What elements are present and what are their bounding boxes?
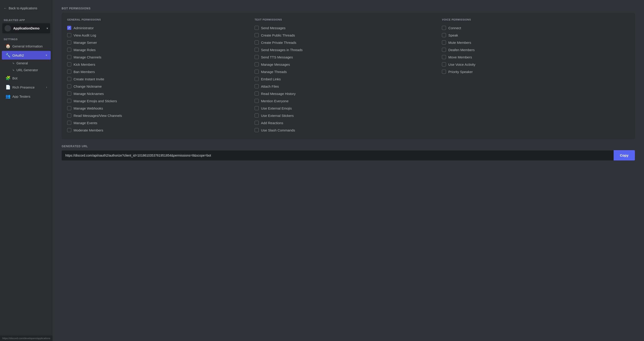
perm-label: Manage Events xyxy=(74,121,97,125)
perm-checkbox-mute-members[interactable] xyxy=(442,40,446,44)
perm-checkbox-add-reactions[interactable] xyxy=(255,121,259,125)
perm-item: Mention Everyone xyxy=(255,97,442,104)
perm-checkbox-manage-messages[interactable] xyxy=(255,62,259,66)
copy-button[interactable]: Copy xyxy=(614,150,635,160)
perm-label: Create Public Threads xyxy=(261,33,295,37)
sidebar-item-bot[interactable]: 🧩 Bot xyxy=(2,74,51,82)
perm-checkbox-moderate-members[interactable] xyxy=(67,128,71,132)
perm-item: Use External Stickers xyxy=(255,112,442,119)
perm-checkbox-create-public-threads[interactable] xyxy=(255,33,259,37)
perm-label: Mute Members xyxy=(448,41,471,44)
perm-checkbox-view-audit-log[interactable] xyxy=(67,33,71,37)
people-icon: 👥 xyxy=(6,94,10,99)
perm-item: Create Public Threads xyxy=(255,31,442,39)
perm-item: Manage Webhooks xyxy=(67,104,255,112)
sub-arrow-icon-2: ↳ xyxy=(12,68,14,72)
sidebar-item-url-generator[interactable]: ↳ URL Generator xyxy=(2,67,51,73)
back-to-applications-link[interactable]: ← Back to Applications xyxy=(0,4,52,12)
perm-checkbox-change-nickname[interactable] xyxy=(67,84,71,88)
perm-checkbox-create-private-threads[interactable] xyxy=(255,40,259,44)
perm-label: Manage Webhooks xyxy=(74,106,103,110)
perm-checkbox-deafen-members[interactable] xyxy=(442,48,446,52)
perm-item: Read Message History xyxy=(255,90,442,97)
generated-url-title: GENERATED URL xyxy=(62,145,635,148)
perm-checkbox-manage-server[interactable] xyxy=(67,40,71,44)
sidebar-item-oauth2-general-label: General xyxy=(16,61,28,65)
sidebar-item-oauth2-general[interactable]: ↳ General xyxy=(2,60,51,66)
bot-permissions-title: BOT PERMISSIONS xyxy=(62,7,635,10)
perm-checkbox-use-external-emojis[interactable] xyxy=(255,106,259,110)
perm-checkbox-manage-events[interactable] xyxy=(67,121,71,125)
perm-checkbox-use-external-stickers[interactable] xyxy=(255,113,259,118)
voice-permissions-list: ConnectSpeakMute MembersDeafen MembersMo… xyxy=(442,24,630,75)
perm-item: Move Members xyxy=(442,53,630,61)
perm-label: Moderate Members xyxy=(74,128,103,132)
perm-item: Priority Speaker xyxy=(442,68,630,75)
perm-checkbox-embed-links[interactable] xyxy=(255,77,259,81)
perm-checkbox-send-tts-messages[interactable] xyxy=(255,55,259,59)
perm-label: Use Voice Activity xyxy=(448,62,475,66)
app-selector[interactable]: ApplicationDemo ▾ xyxy=(2,23,50,33)
perm-label: Create Instant Invite xyxy=(74,77,104,81)
perm-item: Create Instant Invite xyxy=(67,75,255,83)
perm-checkbox-move-members[interactable] xyxy=(442,55,446,59)
settings-section-label: SETTINGS xyxy=(0,35,52,41)
perm-checkbox-manage-roles[interactable] xyxy=(67,48,71,52)
perm-checkbox-manage-emojis-and-stickers[interactable] xyxy=(67,99,71,103)
perm-label: Administrator xyxy=(74,26,94,30)
sidebar-item-general-information-label: General Information xyxy=(12,44,47,48)
perm-checkbox-use-voice-activity[interactable] xyxy=(442,62,446,66)
perm-item: Send Messages in Threads xyxy=(255,46,442,53)
perm-item: Ban Members xyxy=(67,68,255,75)
perm-item: Manage Threads xyxy=(255,68,442,75)
main-content: BOT PERMISSIONS GENERAL PERMISSIONS Admi… xyxy=(52,0,644,341)
perm-item: Attach Files xyxy=(255,83,442,90)
perm-checkbox-manage-nicknames[interactable] xyxy=(67,91,71,96)
perm-checkbox-priority-speaker[interactable] xyxy=(442,70,446,74)
perm-checkbox-manage-channels[interactable] xyxy=(67,55,71,59)
perm-checkbox-read-messages/view-channels[interactable] xyxy=(67,113,71,118)
perm-checkbox-connect[interactable] xyxy=(442,26,446,30)
perm-checkbox-create-instant-invite[interactable] xyxy=(67,77,71,81)
perm-label: Attach Files xyxy=(261,84,279,88)
perm-label: Move Members xyxy=(448,55,472,59)
perm-item: Deafen Members xyxy=(442,46,630,53)
general-permissions-title: GENERAL PERMISSIONS xyxy=(67,18,255,21)
perm-item: Use Slash Commands xyxy=(255,126,442,134)
generated-url-input[interactable] xyxy=(62,150,614,160)
perm-checkbox-manage-threads[interactable] xyxy=(255,70,259,74)
perm-checkbox-send-messages[interactable] xyxy=(255,26,259,30)
generated-url-row: Copy xyxy=(62,150,635,160)
back-arrow-icon: ← xyxy=(4,6,7,10)
perm-item: Use External Emojis xyxy=(255,104,442,112)
perm-checkbox-send-messages-in-threads[interactable] xyxy=(255,48,259,52)
sidebar-item-rich-presence[interactable]: 📄 Rich Presence › xyxy=(2,83,51,91)
perm-checkbox-administrator[interactable] xyxy=(67,26,71,30)
sidebar-item-app-testers[interactable]: 👥 App Testers xyxy=(2,92,51,101)
perm-checkbox-kick-members[interactable] xyxy=(67,62,71,66)
puzzle-icon: 🧩 xyxy=(6,75,10,81)
perm-item: Manage Channels xyxy=(67,53,255,61)
sidebar-item-general-information[interactable]: 🏠 General Information xyxy=(2,42,51,50)
perm-checkbox-use-slash-commands[interactable] xyxy=(255,128,259,132)
perm-checkbox-ban-members[interactable] xyxy=(67,70,71,74)
perm-item: Manage Emojis and Stickers xyxy=(67,97,255,104)
perm-item: Manage Roles xyxy=(67,46,255,53)
perm-label: Manage Server xyxy=(74,41,97,44)
permissions-columns: GENERAL PERMISSIONS AdministratorView Au… xyxy=(67,18,630,134)
perm-checkbox-manage-webhooks[interactable] xyxy=(67,106,71,110)
perm-checkbox-read-message-history[interactable] xyxy=(255,91,259,96)
perm-label: Create Private Threads xyxy=(261,41,296,44)
perm-item: Create Private Threads xyxy=(255,39,442,46)
permissions-box: GENERAL PERMISSIONS AdministratorView Au… xyxy=(62,13,635,139)
perm-checkbox-attach-files[interactable] xyxy=(255,84,259,88)
perm-checkbox-mention-everyone[interactable] xyxy=(255,99,259,103)
perm-label: Ban Members xyxy=(74,70,95,74)
sidebar-item-oauth2[interactable]: 🔧 OAuth2 ▾ xyxy=(2,51,51,59)
perm-item: Connect xyxy=(442,24,630,31)
chevron-down-icon: ▾ xyxy=(46,27,48,30)
sidebar-item-url-generator-label: URL Generator xyxy=(16,68,38,72)
perm-label: Mention Everyone xyxy=(261,99,289,103)
text-permissions-title: TEXT PERMISSIONS xyxy=(255,18,442,21)
perm-checkbox-speak[interactable] xyxy=(442,33,446,37)
